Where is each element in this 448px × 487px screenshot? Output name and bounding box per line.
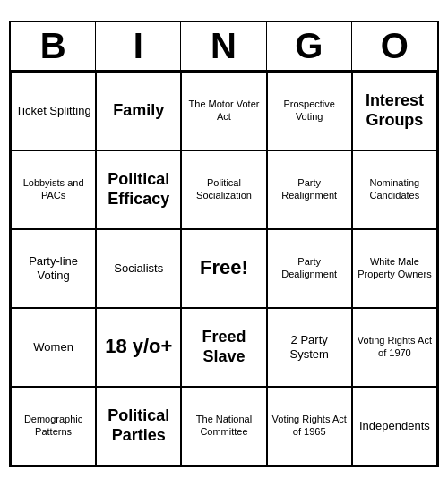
bingo-cell-17: Freed Slave [181,308,266,387]
bingo-cell-0: Ticket Splitting [11,72,96,150]
bingo-cell-4: Interest Groups [352,72,437,150]
bingo-cell-18: 2 Party System [267,308,352,387]
bingo-cell-14: White Male Property Owners [352,229,437,308]
bingo-letter-i: I [96,22,181,70]
bingo-cell-1: Family [96,72,181,150]
bingo-cell-15: Women [11,308,96,387]
bingo-cell-16: 18 y/o+ [96,308,181,387]
bingo-cell-22: The National Committee [181,387,266,466]
bingo-cell-2: The Motor Voter Act [181,72,266,150]
bingo-cell-9: Nominating Candidates [352,150,437,229]
bingo-cell-3: Prospective Voting [267,72,352,150]
bingo-cell-21: Political Parties [96,387,181,466]
bingo-cell-23: Voting Rights Act of 1965 [267,387,352,466]
bingo-cell-10: Party-line Voting [11,229,96,308]
bingo-letter-b: B [11,22,96,70]
bingo-cell-19: Voting Rights Act of 1970 [352,308,437,387]
bingo-cell-24: Independents [352,387,437,466]
bingo-cell-8: Party Realignment [267,150,352,229]
bingo-cell-20: Demographic Patterns [11,387,96,466]
bingo-cell-13: Party Dealignment [267,229,352,308]
bingo-cell-5: Lobbyists and PACs [11,150,96,229]
bingo-letter-o: O [352,22,437,70]
bingo-header: BINGO [11,22,437,72]
bingo-card: BINGO Ticket SplittingFamilyThe Motor Vo… [9,21,439,467]
bingo-letter-n: N [181,22,266,70]
bingo-cell-11: Socialists [96,229,181,308]
bingo-cell-7: Political Socialization [181,150,266,229]
bingo-grid: Ticket SplittingFamilyThe Motor Voter Ac… [11,72,437,466]
bingo-cell-6: Political Efficacy [96,150,181,229]
bingo-cell-12: Free! [181,229,266,308]
bingo-letter-g: G [267,22,352,70]
